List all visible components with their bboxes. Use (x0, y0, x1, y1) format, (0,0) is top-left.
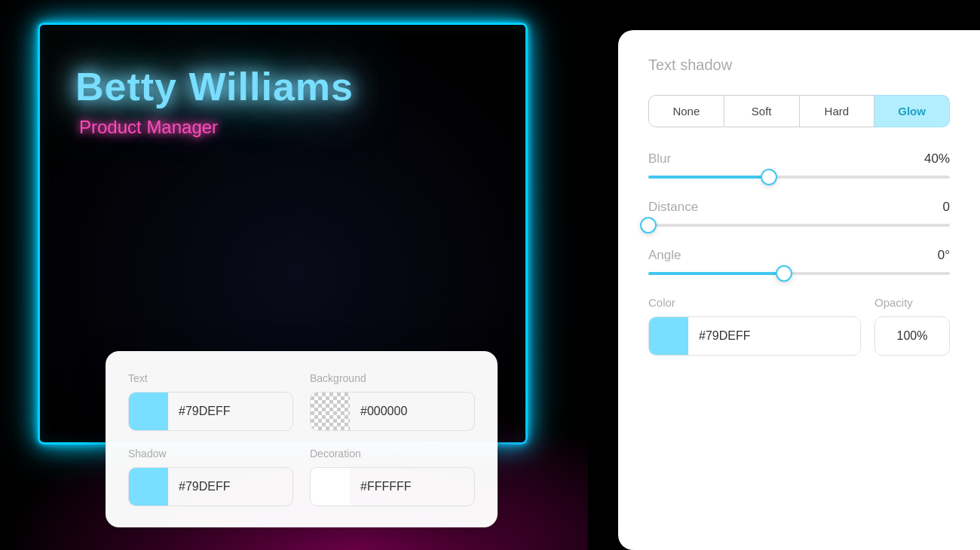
shadow-color-value-panel: #79DEFF (688, 329, 761, 343)
angle-fill (648, 272, 784, 275)
angle-thumb[interactable] (776, 265, 792, 282)
distance-label: Distance (648, 200, 698, 215)
text-color-section: Text #79DEFF (128, 372, 293, 431)
blur-header: Blur 40% (648, 151, 950, 167)
decoration-color-label: Decoration (310, 448, 475, 460)
shadow-btn-none[interactable]: None (648, 95, 724, 127)
shadow-color-label: Shadow (128, 448, 293, 460)
shadow-color-swatch-row[interactable]: #79DEFF (128, 467, 293, 506)
angle-section: Angle 0° (648, 248, 950, 275)
shadow-color-picker: Color #79DEFF (648, 296, 861, 356)
distance-header: Distance 0 (648, 200, 950, 215)
shadow-color-value: #79DEFF (168, 480, 292, 493)
text-color-value: #79DEFF (168, 405, 292, 418)
shadow-color-swatch (129, 468, 168, 506)
shadow-color-section: Shadow #79DEFF (128, 448, 293, 506)
canvas-title: Product Manager (79, 117, 218, 138)
color-opacity-row: Color #79DEFF Opacity 100% (648, 296, 950, 356)
blur-thumb[interactable] (761, 169, 777, 185)
blur-value: 40% (924, 151, 950, 167)
shadow-color-label-panel: Color (648, 296, 861, 309)
background-color-swatch-row[interactable]: #000000 (310, 392, 475, 431)
decoration-color-value: #FFFFFF (350, 480, 474, 493)
text-color-swatch-row[interactable]: #79DEFF (128, 392, 293, 431)
angle-header: Angle 0° (648, 248, 950, 263)
opacity-value-box[interactable]: 100% (874, 316, 950, 356)
text-color-swatch (129, 393, 168, 430)
decoration-color-swatch-row[interactable]: #FFFFFF (310, 467, 475, 506)
text-shadow-panel: Text shadow None Soft Hard Glow Blur 40%… (618, 30, 980, 550)
color-picker-panel: Text #79DEFF Background #000000 Shadow #… (106, 351, 498, 527)
background-color-swatch (311, 393, 350, 430)
opacity-section: Opacity 100% (874, 296, 950, 356)
angle-value: 0° (938, 248, 950, 263)
distance-value: 0 (943, 200, 950, 215)
shadow-color-swatch-row-panel[interactable]: #79DEFF (648, 316, 861, 356)
decoration-color-swatch (311, 468, 350, 506)
blur-label: Blur (648, 151, 671, 167)
distance-track[interactable] (648, 224, 950, 227)
distance-thumb[interactable] (640, 217, 657, 234)
blur-section: Blur 40% (648, 151, 950, 179)
canvas-name: Betty Williams (75, 64, 354, 109)
shadow-type-buttons: None Soft Hard Glow (648, 95, 950, 127)
shadow-btn-hard[interactable]: Hard (800, 95, 875, 127)
shadow-color-swatch-panel (649, 317, 688, 355)
shadow-btn-glow[interactable]: Glow (874, 95, 950, 127)
background-color-section: Background #000000 (310, 372, 475, 431)
opacity-value: 100% (897, 329, 928, 343)
blur-track[interactable] (648, 176, 950, 179)
background-color-label: Background (310, 372, 475, 384)
panel-title: Text shadow (648, 57, 950, 74)
distance-section: Distance 0 (648, 200, 950, 227)
shadow-btn-soft[interactable]: Soft (724, 95, 800, 127)
blur-fill (648, 176, 769, 179)
color-grid: Text #79DEFF Background #000000 Shadow #… (128, 372, 475, 506)
decoration-color-section: Decoration #FFFFFF (310, 448, 475, 506)
angle-label: Angle (648, 248, 681, 263)
angle-track[interactable] (648, 272, 950, 275)
opacity-label: Opacity (874, 296, 950, 309)
background-color-value: #000000 (350, 405, 474, 418)
text-color-label: Text (128, 372, 293, 384)
